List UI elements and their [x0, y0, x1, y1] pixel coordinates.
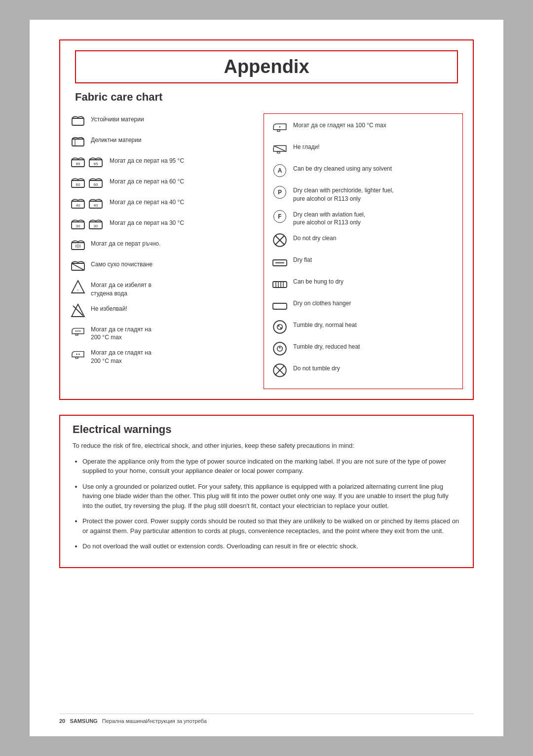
bleach-cold-icon: ○ [70, 279, 86, 295]
svg-point-34 [279, 126, 281, 128]
right-row: P Dry clean with perchloride, lighter fu… [271, 184, 455, 203]
list-item: Use only a grounded or polarized outlet.… [82, 482, 460, 511]
care-text: Могат да се перат на 95 °C [110, 155, 184, 165]
svg-text:40: 40 [76, 203, 80, 208]
care-text: Деликтни материи [91, 134, 141, 144]
right-row: Dry on clothes hanger [271, 297, 455, 314]
care-row: Не избелвай! [70, 303, 254, 319]
wash-30-icons: 30 30 [70, 217, 105, 233]
tumble-reduced-icon [271, 340, 288, 357]
svg-point-54 [279, 347, 280, 348]
appendix-title-box: Appendix [75, 50, 458, 83]
iron-dot1-icon [271, 119, 288, 136]
svg-point-31 [76, 354, 77, 355]
svg-point-52 [273, 342, 286, 355]
care-text: Устойчиви материи [91, 113, 144, 124]
wash-95-icon-1: 95 [70, 155, 86, 171]
right-text: Dry flat [293, 253, 312, 264]
right-text: Do not tumble dry [293, 362, 340, 373]
care-text: Не избелвай! [91, 303, 127, 313]
right-text: Can be dry cleaned using any solvent [293, 162, 392, 173]
circle-p-icon: P [271, 184, 288, 201]
circle-f-letter: F [273, 210, 286, 223]
svg-text:95: 95 [94, 162, 98, 166]
appendix-title: Appendix [224, 56, 309, 77]
right-row: Do not tumble dry [271, 362, 455, 379]
right-row: Tumble dry, reduced heat [271, 340, 455, 357]
list-item: Do not overload the wall outlet or exten… [82, 541, 460, 551]
svg-point-29 [79, 330, 80, 331]
right-row: Do not dry clean [271, 232, 455, 249]
fabric-chart-area: Устойчиви материи Деликтни материи [60, 108, 473, 399]
svg-text:95: 95 [76, 162, 80, 166]
brand-name: SAMSUNG [70, 718, 97, 724]
iron-150-icon [70, 347, 86, 362]
no-iron-icon [271, 141, 288, 157]
right-text: Tumble dry, reduced heat [293, 340, 360, 351]
svg-point-51 [280, 327, 282, 329]
right-row: Могат да се гладят на 100 °C max [271, 119, 455, 136]
svg-rect-33 [277, 130, 280, 131]
right-text: Dry on clothes hanger [293, 297, 351, 308]
care-row: Само сухо почистване [70, 258, 254, 274]
bullet-list: Operate the appliance only from the type… [73, 457, 460, 551]
care-text: Могат да се гладят на200 °C max [91, 347, 152, 365]
circle-a-letter: A [273, 164, 286, 177]
page-number: 20 [59, 718, 65, 724]
fabric-care-title: Fabric care chart [60, 83, 473, 108]
tumble-normal-icon [271, 319, 288, 335]
page: Appendix Fabric care chart Устойчиви мат… [30, 20, 503, 736]
svg-rect-1 [72, 139, 84, 146]
wash-40-icons: 40 40 [70, 196, 105, 212]
no-dry-clean-x-icon [271, 232, 288, 249]
care-text: Могат да се перат на 60 °C [110, 176, 184, 186]
wash-30-icon-1: 30 [70, 217, 86, 233]
right-text: Dry clean with aviation fuel,pure alcoho… [293, 208, 365, 227]
electrical-section: Electrical warnings To reduce the risk o… [59, 415, 474, 568]
no-tumble-icon [271, 362, 288, 379]
right-row: Can be hung to dry [271, 275, 455, 292]
right-row: A Can be dry cleaned using any solvent [271, 162, 455, 179]
fabric-right-column: Могат да се гладят на 100 °C max Не глад… [264, 113, 463, 389]
svg-rect-0 [72, 118, 84, 125]
wash-60-icon-2: 60 [88, 176, 104, 191]
care-row: 95 95 Могат да се перат на 95 °C [70, 155, 254, 171]
svg-text:60: 60 [76, 182, 80, 187]
care-row: Устойчиви материи [70, 113, 254, 129]
wash-40-icon-1: 40 [70, 196, 86, 212]
wash-60-icons: 60 60 [70, 176, 105, 191]
right-text: Can be hung to dry [293, 275, 343, 286]
svg-rect-47 [273, 303, 287, 309]
svg-rect-42 [273, 282, 287, 288]
svg-text:30: 30 [76, 224, 80, 228]
svg-line-21 [72, 263, 84, 270]
hanger-dry-icon [271, 297, 288, 314]
right-row: Не глади! [271, 141, 455, 157]
right-text: Do not dry clean [293, 232, 336, 243]
care-row: Могат да се гладят на200 °C max [70, 324, 254, 342]
care-text: Могат да се перат на 30 °C [110, 217, 184, 227]
svg-point-28 [77, 330, 78, 331]
fabric-left-column: Устойчиви материи Деликтни материи [70, 113, 254, 389]
right-row: F Dry clean with aviation fuel,pure alco… [271, 208, 455, 227]
right-row: Tumble dry, normal heat [271, 319, 455, 335]
care-row: Могат да се гладят на200 °C max [70, 347, 254, 365]
wash-60-icon-1: 60 [70, 176, 86, 191]
svg-point-27 [76, 330, 76, 331]
care-text: Само сухо почистване [91, 258, 152, 269]
wash-95-icon-2: 95 [88, 155, 104, 171]
care-text: Могат да се перат ръчно. [91, 238, 160, 248]
care-row: Могат да се перат ръчно. [70, 238, 254, 253]
right-row: Dry flat [271, 253, 455, 270]
list-item: Protect the power cord. Power supply cor… [82, 516, 460, 536]
svg-text:60: 60 [94, 182, 98, 187]
svg-point-32 [78, 354, 79, 355]
care-row: 60 60 Могат да се перат на 60 °C [70, 176, 254, 191]
dry-flat-icon [271, 253, 288, 270]
right-text: Не глади! [293, 141, 320, 151]
svg-rect-30 [76, 357, 78, 359]
page-footer: 20 SAMSUNG Перална машинаИнструкция за у… [59, 714, 474, 724]
appendix-section: Appendix Fabric care chart Устойчиви мат… [59, 39, 474, 400]
hand-wash-icon [70, 238, 86, 253]
wash-40-icon-2: 40 [88, 196, 104, 212]
